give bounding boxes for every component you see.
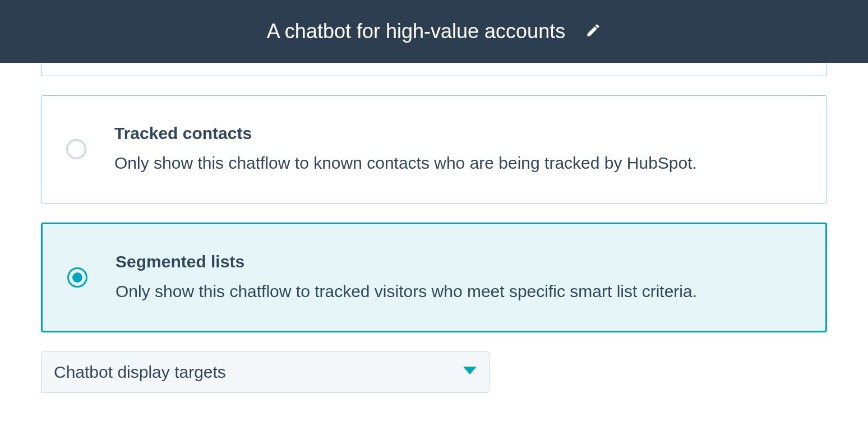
chevron-down-icon: [463, 367, 477, 378]
option-tracked-contacts[interactable]: Tracked contacts Only show this chatflow…: [41, 95, 827, 203]
radio-button[interactable]: [67, 267, 87, 288]
option-desc: Only show this chatflow to known contact…: [114, 152, 802, 175]
option-title: Segmented lists: [116, 252, 801, 271]
radio-button[interactable]: [66, 139, 86, 159]
display-targets-dropdown[interactable]: Chatbot display targets: [41, 351, 490, 393]
option-title: Tracked contacts: [114, 124, 802, 143]
edit-icon[interactable]: [585, 22, 601, 40]
previous-option-partial[interactable]: [41, 63, 827, 76]
page-header: A chatbot for high-value accounts: [0, 0, 868, 63]
page-title: A chatbot for high-value accounts: [267, 20, 565, 43]
option-text: Tracked contacts Only show this chatflow…: [114, 124, 802, 175]
option-desc: Only show this chatflow to tracked visit…: [116, 280, 801, 303]
dropdown-label: Chatbot display targets: [54, 363, 226, 382]
option-segmented-lists[interactable]: Segmented lists Only show this chatflow …: [41, 223, 827, 333]
content-area: Tracked contacts Only show this chatflow…: [0, 63, 868, 393]
option-text: Segmented lists Only show this chatflow …: [116, 252, 801, 303]
